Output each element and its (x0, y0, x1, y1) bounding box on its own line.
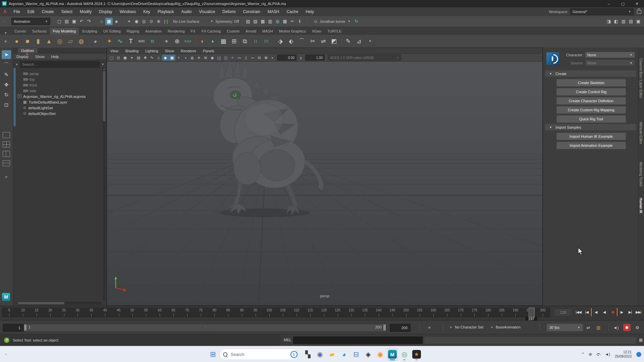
motion-blur-icon[interactable]: ≋ (196, 55, 202, 61)
calculator-icon[interactable]: ⌗ (147, 36, 158, 47)
combine-icon[interactable]: ◖ (197, 36, 207, 47)
command-output[interactable] (424, 337, 637, 344)
mirror-mesh-icon[interactable]: ⧉ (239, 36, 250, 47)
current-frame-field[interactable]: 126 (554, 309, 572, 316)
taskbar-app-tiles[interactable]: ▚ (302, 348, 314, 361)
lock-workspace-icon[interactable] (637, 10, 641, 14)
taskbar-app-predator[interactable]: ◈ (363, 348, 374, 361)
timeline-tick[interactable]: 65 (167, 308, 180, 317)
chevron-down-icon[interactable]: ▼ (101, 63, 104, 66)
shelf-tool[interactable] (158, 36, 161, 47)
boolean-union-icon[interactable]: ⬗ (275, 36, 286, 47)
viewport-scene[interactable] (107, 48, 543, 305)
zero-pivot-icon[interactable]: 0,0,0 (182, 36, 193, 47)
snap-to-curve-icon[interactable]: ◉ (133, 18, 140, 25)
timeline-tick[interactable]: 40 (98, 308, 112, 317)
timeline-ruler[interactable]: 5101520253035404550556065707580859095100… (2, 308, 550, 317)
shelf-tab[interactable]: Rigging (124, 28, 142, 35)
create-skeleton-button[interactable]: Create Skeleton (556, 79, 626, 86)
pause-icon[interactable]: ‖ (296, 18, 303, 25)
timeline-tick[interactable]: 15 (30, 308, 44, 317)
create-control-rig-button[interactable]: Create Control Rig (556, 88, 626, 96)
bookmark-icon[interactable]: ▾ (128, 55, 135, 61)
menu-item[interactable]: Deform (219, 9, 239, 14)
menu-item[interactable]: File (10, 9, 23, 14)
lights-icon[interactable]: ☀ (175, 55, 182, 61)
shelf-tab[interactable]: Motion Graphics (276, 28, 309, 35)
measure-icon[interactable]: ⊿ (354, 36, 364, 47)
grip-icon[interactable]: ∷ (0, 18, 7, 25)
timeline-tick[interactable]: 70 (180, 308, 194, 317)
move-tool-icon[interactable]: ✥ (2, 80, 11, 89)
lock-camera-icon[interactable]: ⊡ (115, 55, 122, 61)
expand-icon[interactable]: + (18, 95, 21, 98)
character-set-label[interactable]: No Character Set (455, 325, 483, 329)
widgets-icon[interactable]: ◔ (4, 352, 7, 357)
make-live-icon[interactable]: [◦] (162, 18, 170, 25)
protractor-icon[interactable]: ◔ (364, 36, 375, 47)
poly-cube-icon[interactable]: ■ (22, 36, 33, 47)
taskbar-app-firefox[interactable]: ◉ (375, 348, 386, 361)
shelf-tab[interactable]: Poly Modeling (50, 28, 79, 35)
select-hierarchy-icon[interactable]: ⌂ (98, 18, 105, 25)
play-backwards-button[interactable]: ◀ (600, 308, 608, 316)
lasso-tool-icon[interactable]: ⌒ (2, 60, 11, 69)
timeline-tick[interactable]: 175 (468, 308, 481, 317)
split-vertical-layout-icon[interactable] (2, 149, 11, 158)
poly-plane-icon[interactable]: ▱ (65, 36, 76, 47)
camera-selection-icon[interactable]: ▢ (108, 55, 115, 61)
character-set-icon[interactable]: ⚹ (425, 323, 433, 331)
symmetry-label[interactable]: Symmetry: Off (215, 19, 239, 23)
outliner-menu-item[interactable]: Help (48, 55, 62, 59)
toggle-attribute-editor-icon[interactable]: ◨ (605, 18, 612, 25)
shelf-tool[interactable] (339, 36, 343, 47)
timeline-tick[interactable]: 165 (440, 308, 454, 317)
gamma-field[interactable]: 1.00 (305, 55, 325, 61)
outliner-item-persp[interactable]: persp (13, 71, 106, 76)
viewport-menu-item[interactable]: Shading (122, 49, 142, 53)
timeline-tick[interactable]: 20 (43, 308, 57, 317)
timeline-tick[interactable]: 60 (153, 308, 167, 317)
separate-icon[interactable]: ◗ (207, 36, 218, 47)
timeline-tick[interactable]: 10 (16, 308, 30, 317)
boolean-difference-icon[interactable]: ⬖ (286, 36, 297, 47)
timeline-tick[interactable]: 50 (125, 308, 139, 317)
shelf-tool[interactable] (193, 36, 197, 47)
help-icon[interactable]: ? (4, 338, 9, 343)
outliner-item-rig[interactable]: +❖Argonian_Warrior_rig_ALPHA:argonia (13, 94, 106, 99)
shadows-icon[interactable]: ◑ (182, 55, 189, 61)
outliner-vertical-scrollbar[interactable] (103, 68, 106, 300)
view-transform-select[interactable]: ACES 1.0 SDR-video (sRGB)▼ (328, 55, 401, 61)
shelf-tab[interactable]: FX Caching (199, 28, 224, 35)
gamma-icon[interactable]: γ (298, 55, 304, 61)
shelf-tab[interactable]: Custom (224, 28, 243, 35)
ao-icon[interactable]: ◍ (189, 55, 196, 61)
safe-action-icon[interactable]: ⊟ (256, 55, 263, 61)
timeline-tick[interactable]: 105 (276, 308, 290, 317)
shelf-tool[interactable] (101, 36, 104, 47)
timeline-tick[interactable]: 155 (413, 308, 427, 317)
snap-align-icon[interactable]: ⌖ (161, 36, 172, 47)
curve-tool-icon[interactable]: ∿ (115, 36, 125, 47)
four-pane-layout-icon[interactable] (2, 140, 11, 149)
current-frame-marker[interactable] (529, 308, 535, 317)
toggle-tool-settings-icon[interactable]: ◧ (612, 18, 620, 25)
timeline-tick[interactable]: 190 (508, 308, 522, 317)
shelf-tab[interactable]: Sculpting (79, 28, 100, 35)
timeline-tick[interactable]: 125 (331, 308, 344, 317)
render-view-icon[interactable]: ▨ (252, 18, 259, 25)
shelf-menu-icon[interactable]: ▼ (0, 31, 11, 35)
dof-icon[interactable]: ◉ (209, 55, 216, 61)
exposure-icon[interactable]: ◐ (269, 55, 276, 61)
close-button[interactable]: ✕ (630, 0, 644, 7)
timeline-tick[interactable]: 80 (208, 308, 221, 317)
chevron-down-icon[interactable]: ▼ (449, 326, 452, 329)
viewport-menu-item[interactable]: Panels (200, 49, 218, 53)
menu-item[interactable]: Modify (76, 9, 95, 14)
redo-icon[interactable]: ↷ (85, 18, 93, 25)
notification-badge[interactable] (636, 352, 641, 357)
shelf-tab[interactable]: Surfaces (29, 28, 50, 35)
svg-tool-icon[interactable]: SVG (136, 36, 147, 47)
smooth-mesh-icon[interactable]: ⊞ (229, 36, 239, 47)
tab-channel-box[interactable]: Channel Box / Layer Editor (639, 58, 643, 99)
